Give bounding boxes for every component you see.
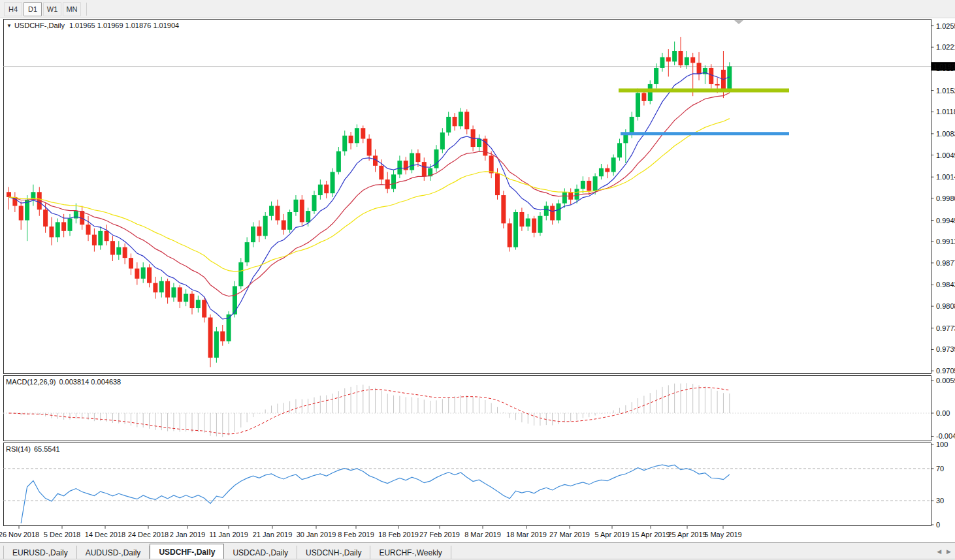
- svg-text:0.00597: 0.00597: [936, 377, 955, 384]
- svg-text:26 Nov 2018: 26 Nov 2018: [0, 531, 39, 538]
- macd-indicator-label: MACD(12,26,9)0.003814 0.004638: [6, 378, 121, 386]
- svg-text:1.00830: 1.00830: [936, 130, 955, 138]
- timeframe-button-mn[interactable]: MN: [63, 2, 81, 16]
- price-axis: 1.025501.022101.018701.015201.011801.008…: [931, 22, 955, 375]
- macd-axis: 0.005970.00-0.004243: [931, 377, 955, 440]
- svg-text:5 Dec 2018: 5 Dec 2018: [44, 531, 80, 538]
- tab-scroll-right-icon[interactable]: ▶: [947, 548, 951, 555]
- svg-text:-0.004243: -0.004243: [936, 432, 955, 440]
- svg-text:0: 0: [936, 521, 940, 529]
- svg-text:15 Apr 2019: 15 Apr 2019: [631, 531, 670, 538]
- timeframe-button-d1[interactable]: D1: [24, 2, 42, 16]
- svg-text:1.01180: 1.01180: [936, 108, 955, 116]
- svg-text:1.01520: 1.01520: [936, 87, 955, 95]
- symbol-dropdown-icon[interactable]: ▼: [7, 23, 12, 29]
- macd-values: 0.003814 0.004638: [59, 378, 121, 386]
- svg-text:21 Jan 2019: 21 Jan 2019: [253, 531, 293, 538]
- rsi-axis: 10070300: [931, 441, 948, 529]
- chart-canvas[interactable]: 1.025501.022101.018701.015201.011801.008…: [0, 0, 955, 560]
- svg-text:24 Dec 2018: 24 Dec 2018: [128, 531, 169, 538]
- svg-text:8 Mar 2019: 8 Mar 2019: [464, 531, 501, 538]
- symbol-tabs: EURUSD-,DailyAUDUSD-,DailyUSDCHF-,DailyU…: [0, 543, 451, 560]
- svg-text:1.02550: 1.02550: [936, 22, 955, 30]
- tab-usdcad-daily[interactable]: USDCAD-,Daily: [224, 546, 297, 559]
- svg-text:1.02210: 1.02210: [936, 43, 955, 51]
- svg-text:0.97050: 0.97050: [936, 367, 955, 375]
- rsi-panel[interactable]: [4, 443, 931, 526]
- tab-usdchf-daily[interactable]: USDCHF-,Daily: [150, 544, 224, 560]
- symbol-info-label: ▼USDCHF-,Daily1.01965 1.01969 1.01876 1.…: [7, 22, 179, 29]
- timeframe-button-group: H4D1W1MN: [4, 2, 82, 16]
- svg-text:14 Dec 2018: 14 Dec 2018: [85, 531, 125, 538]
- timeframe-button-w1[interactable]: W1: [43, 2, 61, 16]
- rsi-name: RSI(14): [6, 445, 31, 453]
- svg-text:27 Feb 2019: 27 Feb 2019: [419, 531, 460, 538]
- trading-terminal-window: H4D1W1MN 1.025501.022101.018701.015201.0…: [0, 0, 955, 560]
- price-badge-value: 1.01904: [933, 63, 955, 70]
- symbol-ohlc-values: 1.01965 1.01969 1.01876 1.01904: [69, 22, 179, 29]
- macd-panel[interactable]: [4, 376, 931, 441]
- svg-text:18 Feb 2019: 18 Feb 2019: [378, 531, 419, 538]
- svg-text:0.00: 0.00: [936, 409, 950, 417]
- svg-text:18 Mar 2019: 18 Mar 2019: [506, 531, 547, 538]
- svg-text:0.98770: 0.98770: [936, 259, 955, 267]
- svg-text:1.00490: 1.00490: [936, 151, 955, 159]
- tab-scroll-buttons: ◀ ▶: [937, 548, 951, 555]
- svg-text:1.00140: 1.00140: [936, 173, 955, 181]
- svg-text:27 Mar 2019: 27 Mar 2019: [549, 531, 590, 538]
- svg-text:70: 70: [936, 465, 944, 473]
- tab-scroll-left-icon[interactable]: ◀: [937, 548, 941, 555]
- tab-eurusd-daily[interactable]: EURUSD-,Daily: [3, 546, 77, 559]
- date-axis[interactable]: 26 Nov 20185 Dec 201814 Dec 201824 Dec 2…: [0, 526, 742, 538]
- svg-text:0.98080: 0.98080: [936, 302, 955, 310]
- rsi-value: 65.5541: [34, 445, 60, 453]
- macd-name: MACD(12,26,9): [6, 378, 56, 386]
- svg-text:2 Jan 2019: 2 Jan 2019: [170, 531, 205, 538]
- svg-text:30 Jan 2019: 30 Jan 2019: [297, 531, 336, 538]
- timeframe-button-h4[interactable]: H4: [4, 2, 22, 16]
- svg-text:30: 30: [936, 497, 944, 505]
- svg-text:0.98420: 0.98420: [936, 281, 955, 288]
- svg-text:0.97390: 0.97390: [936, 345, 955, 353]
- tab-usdcnh-daily[interactable]: USDCNH-,Daily: [297, 546, 370, 559]
- svg-text:5 May 2019: 5 May 2019: [704, 531, 741, 538]
- symbol-name: USDCHF-,Daily: [14, 22, 65, 29]
- svg-text:100: 100: [936, 441, 948, 448]
- tab-audusd-daily[interactable]: AUDUSD-,Daily: [77, 546, 150, 559]
- svg-text:5 Apr 2019: 5 Apr 2019: [594, 531, 629, 538]
- svg-text:11 Jan 2019: 11 Jan 2019: [209, 531, 248, 538]
- tab-eurchf-weekly[interactable]: EURCHF-,Weekly: [370, 546, 451, 559]
- svg-text:0.99450: 0.99450: [936, 217, 955, 225]
- price-panel[interactable]: [4, 20, 931, 374]
- symbol-tab-bar: EURUSD-,DailyAUDUSD-,DailyUSDCHF-,DailyU…: [0, 542, 955, 560]
- svg-text:0.97730: 0.97730: [936, 324, 955, 332]
- svg-text:0.99110: 0.99110: [936, 238, 955, 245]
- rsi-indicator-label: RSI(14)65.5541: [6, 445, 60, 453]
- timeframe-toolbar: H4D1W1MN: [0, 0, 955, 18]
- svg-text:25 Apr 2019: 25 Apr 2019: [668, 531, 706, 538]
- svg-text:8 Feb 2019: 8 Feb 2019: [338, 531, 374, 538]
- toolbar-separator: [86, 3, 87, 16]
- svg-text:0.99800: 0.99800: [936, 194, 955, 202]
